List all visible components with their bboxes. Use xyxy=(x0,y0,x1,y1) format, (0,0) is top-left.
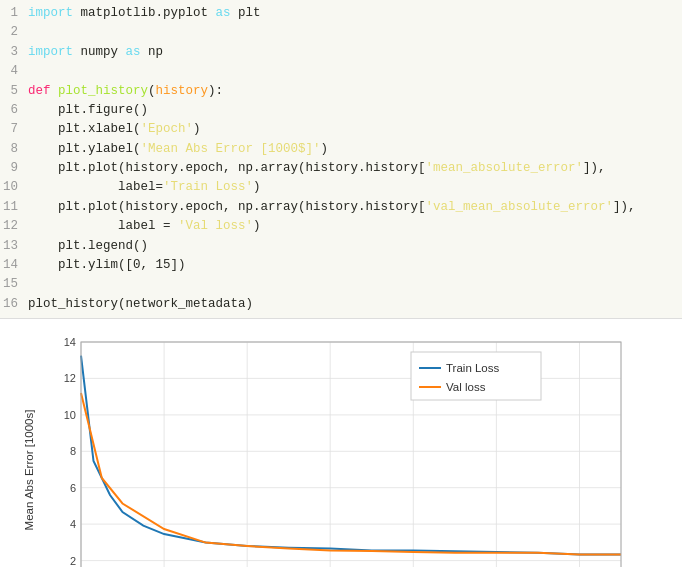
code-token: 'Epoch' xyxy=(141,122,194,136)
svg-text:12: 12 xyxy=(64,372,76,384)
code-editor: 1import matplotlib.pyplot as plt2 3impor… xyxy=(0,0,682,319)
line-number: 9 xyxy=(0,159,28,178)
code-token: 'Mean Abs Error [1000$]' xyxy=(141,142,321,156)
line-content: plt.figure() xyxy=(28,101,148,120)
code-token: ) xyxy=(253,180,261,194)
chart-container: 0 2 4 6 8 10 12 14 0 2 4 6 8 10 12 Mean … xyxy=(0,319,682,567)
line-content: plt.ylim([0, 15]) xyxy=(28,256,186,275)
code-line: 12 label = 'Val loss') xyxy=(0,217,682,236)
code-token: label= xyxy=(28,180,163,194)
line-content: plot_history(network_metadata) xyxy=(28,295,253,314)
code-token: import xyxy=(28,45,81,59)
line-number: 2 xyxy=(0,23,28,42)
line-number: 15 xyxy=(0,275,28,294)
code-token: plt.xlabel( xyxy=(28,122,141,136)
code-line: 8 plt.ylabel('Mean Abs Error [1000$]') xyxy=(0,140,682,159)
code-token: numpy xyxy=(81,45,126,59)
line-content: plt.xlabel('Epoch') xyxy=(28,120,201,139)
training-chart: 0 2 4 6 8 10 12 14 0 2 4 6 8 10 12 Mean … xyxy=(21,327,661,567)
line-number: 11 xyxy=(0,198,28,217)
code-token: def xyxy=(28,84,58,98)
code-token: history xyxy=(156,84,209,98)
code-token: plt.plot(history.epoch, np.array(history… xyxy=(28,200,426,214)
code-token: plt.ylabel( xyxy=(28,142,141,156)
code-line: 1import matplotlib.pyplot as plt xyxy=(0,4,682,23)
code-token: plot_history xyxy=(58,84,148,98)
code-token: matplotlib.pyplot xyxy=(81,6,216,20)
code-token: plt.figure() xyxy=(28,103,148,117)
line-number: 5 xyxy=(0,82,28,101)
code-token: plt.plot(history.epoch, np.array(history… xyxy=(28,161,426,175)
code-line: 6 plt.figure() xyxy=(0,101,682,120)
code-line: 7 plt.xlabel('Epoch') xyxy=(0,120,682,139)
svg-text:6: 6 xyxy=(70,482,76,494)
line-content: import matplotlib.pyplot as plt xyxy=(28,4,261,23)
code-token: plt.legend() xyxy=(28,239,148,253)
code-line: 16plot_history(network_metadata) xyxy=(0,295,682,314)
line-number: 10 xyxy=(0,178,28,197)
code-token: 'Train Loss' xyxy=(163,180,253,194)
code-line: 11 plt.plot(history.epoch, np.array(hist… xyxy=(0,198,682,217)
line-number: 1 xyxy=(0,4,28,23)
svg-text:2: 2 xyxy=(70,555,76,567)
code-line: 5def plot_history(history): xyxy=(0,82,682,101)
code-token: as xyxy=(126,45,149,59)
code-token: ) xyxy=(193,122,201,136)
y-axis-label: Mean Abs Error [1000s] xyxy=(23,410,35,531)
line-content: label = 'Val loss') xyxy=(28,217,261,236)
line-content: label='Train Loss') xyxy=(28,178,261,197)
code-line: 9 plt.plot(history.epoch, np.array(histo… xyxy=(0,159,682,178)
code-token: 'mean_absolute_error' xyxy=(426,161,584,175)
code-token: ) xyxy=(253,219,261,233)
code-line: 15 xyxy=(0,275,682,294)
code-line: 14 plt.ylim([0, 15]) xyxy=(0,256,682,275)
line-content: plt.legend() xyxy=(28,237,148,256)
code-token: label = xyxy=(28,219,178,233)
code-line: 13 plt.legend() xyxy=(0,237,682,256)
code-token: 'val_mean_absolute_error' xyxy=(426,200,614,214)
code-token: ) xyxy=(321,142,329,156)
code-line: 4 xyxy=(0,62,682,81)
code-line: 3import numpy as np xyxy=(0,43,682,62)
svg-text:8: 8 xyxy=(70,445,76,457)
code-line: 2 xyxy=(0,23,682,42)
code-token: import xyxy=(28,6,81,20)
code-token: plot_history(network_metadata) xyxy=(28,297,253,311)
line-content: plt.ylabel('Mean Abs Error [1000$]') xyxy=(28,140,328,159)
line-content: plt.plot(history.epoch, np.array(history… xyxy=(28,198,636,217)
line-number: 3 xyxy=(0,43,28,62)
legend-train-label: Train Loss xyxy=(446,362,500,374)
code-token: plt xyxy=(238,6,261,20)
line-number: 13 xyxy=(0,237,28,256)
line-content: plt.plot(history.epoch, np.array(history… xyxy=(28,159,606,178)
line-number: 16 xyxy=(0,295,28,314)
code-line: 10 label='Train Loss') xyxy=(0,178,682,197)
code-token: 'Val loss' xyxy=(178,219,253,233)
code-token: np xyxy=(148,45,163,59)
code-token: ]), xyxy=(583,161,606,175)
line-content: import numpy as np xyxy=(28,43,163,62)
line-content xyxy=(28,62,36,81)
svg-text:14: 14 xyxy=(64,336,76,348)
line-content: def plot_history(history): xyxy=(28,82,223,101)
line-content xyxy=(28,23,36,42)
line-number: 8 xyxy=(0,140,28,159)
code-token: as xyxy=(216,6,239,20)
line-number: 6 xyxy=(0,101,28,120)
line-number: 7 xyxy=(0,120,28,139)
svg-text:4: 4 xyxy=(70,518,76,530)
code-token: ]), xyxy=(613,200,636,214)
line-number: 14 xyxy=(0,256,28,275)
legend-val-label: Val loss xyxy=(446,381,486,393)
line-number: 4 xyxy=(0,62,28,81)
line-content xyxy=(28,275,36,294)
svg-text:10: 10 xyxy=(64,409,76,421)
line-number: 12 xyxy=(0,217,28,236)
code-token: plt.ylim([0, 15]) xyxy=(28,258,186,272)
code-token: ( xyxy=(148,84,156,98)
code-token: ): xyxy=(208,84,223,98)
